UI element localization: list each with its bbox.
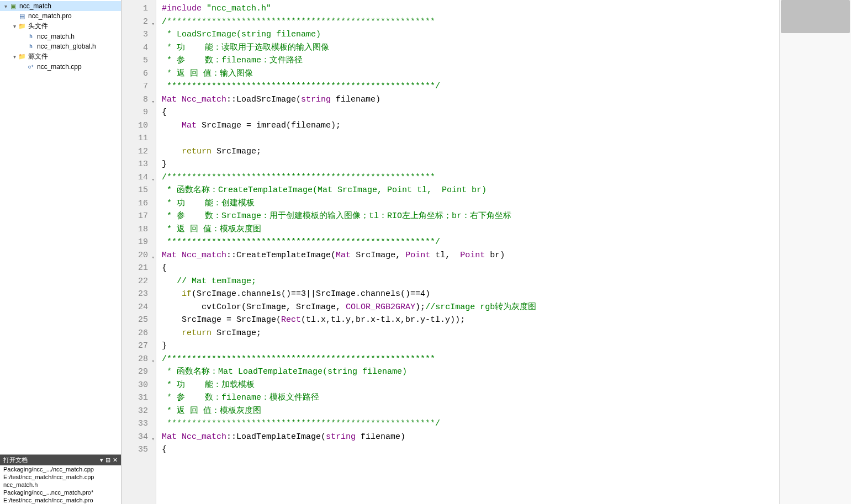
code-line[interactable]: if(SrcImage.channels()==3||SrcImage.chan… bbox=[162, 288, 779, 301]
code-line[interactable]: { bbox=[162, 106, 779, 119]
code-line[interactable]: } bbox=[162, 339, 779, 353]
line-number[interactable]: 26 bbox=[121, 327, 156, 340]
fold-icon[interactable]: ▾ bbox=[149, 356, 155, 361]
code-area[interactable]: #include "ncc_match.h"/*****************… bbox=[156, 0, 779, 504]
project-tree[interactable]: ▾▣ncc_match▤ncc_match.pro▾📁头文件hncc_match… bbox=[0, 0, 121, 454]
line-number[interactable]: 11 bbox=[121, 132, 156, 145]
fold-icon[interactable]: ▾ bbox=[149, 433, 155, 439]
line-number[interactable]: 17 bbox=[121, 210, 156, 223]
code-line[interactable]: Mat Ncc_match::CreateTemplateImage(Mat S… bbox=[162, 249, 779, 262]
tree-item-源文件[interactable]: ▾📁源文件 bbox=[0, 51, 121, 62]
tree-arrow-icon[interactable]: ▾ bbox=[11, 23, 18, 29]
line-number[interactable]: 21 bbox=[121, 262, 156, 275]
line-number[interactable]: 4 bbox=[121, 41, 156, 55]
fold-icon[interactable]: ▾ bbox=[149, 96, 155, 102]
line-number[interactable]: 34▾ bbox=[121, 431, 156, 444]
code-line[interactable]: ****************************************… bbox=[162, 80, 779, 93]
code-line[interactable]: * 参 数：SrcImage：用于创建模板的输入图像；tl：RIO左上角坐标；b… bbox=[162, 210, 779, 223]
close-panel-icon[interactable]: ✕ bbox=[113, 457, 118, 464]
code-line[interactable]: /***************************************… bbox=[162, 353, 779, 366]
line-number[interactable]: 28▾ bbox=[121, 353, 156, 366]
line-number[interactable]: 8▾ bbox=[121, 93, 156, 107]
code-line[interactable]: Mat Ncc_match::LoadSrcImage(string filen… bbox=[162, 93, 779, 107]
line-number[interactable]: 9 bbox=[121, 106, 156, 119]
code-line[interactable]: ****************************************… bbox=[162, 417, 779, 431]
line-number[interactable]: 30 bbox=[121, 379, 156, 392]
dropdown-icon[interactable]: ▾ bbox=[100, 457, 103, 464]
code-line[interactable]: * 返 回 值：输入图像 bbox=[162, 67, 779, 81]
line-number[interactable]: 29 bbox=[121, 365, 156, 379]
code-line[interactable]: { bbox=[162, 262, 779, 275]
code-line[interactable]: * LoadSrcImage(string filename) bbox=[162, 28, 779, 41]
tree-arrow-icon[interactable]: ▾ bbox=[11, 54, 18, 60]
line-number[interactable]: 18 bbox=[121, 223, 156, 236]
tree-item-ncc_match[interactable]: ▾▣ncc_match bbox=[0, 1, 121, 11]
code-line[interactable]: * 功 能：加载模板 bbox=[162, 379, 779, 392]
code-line[interactable]: cvtColor(SrcImage, SrcImage, COLOR_RGB2G… bbox=[162, 301, 779, 314]
tree-item-ncc_match.cpp[interactable]: c⁺ncc_match.cpp bbox=[0, 62, 121, 72]
line-number[interactable]: 15 bbox=[121, 184, 156, 197]
code-line[interactable]: * 函数名称：CreateTemplateImage(Mat SrcImage,… bbox=[162, 184, 779, 197]
open-doc-item[interactable]: Packaging/ncc_.../ncc_match.cpp bbox=[0, 465, 121, 473]
code-line[interactable]: return SrcImage; bbox=[162, 145, 779, 158]
code-line[interactable]: } bbox=[162, 158, 779, 171]
line-number[interactable]: 7 bbox=[121, 80, 156, 93]
line-number[interactable]: 1 bbox=[121, 2, 156, 15]
line-number[interactable]: 10 bbox=[121, 119, 156, 132]
open-doc-item[interactable]: Packaging/ncc_...ncc_match.pro* bbox=[0, 489, 121, 496]
code-line[interactable]: SrcImage = SrcImage(Rect(tl.x,tl.y,br.x-… bbox=[162, 314, 779, 327]
line-number-gutter[interactable]: 12▾345678▾91011121314▾151617181920▾21222… bbox=[121, 0, 156, 504]
line-number[interactable]: 27 bbox=[121, 339, 156, 353]
line-number[interactable]: 24 bbox=[121, 301, 156, 314]
code-line[interactable]: * 功 能：创建模板 bbox=[162, 197, 779, 210]
code-line[interactable]: * 函数名称：Mat LoadTemplateImage(string file… bbox=[162, 365, 779, 379]
line-number[interactable]: 25 bbox=[121, 314, 156, 327]
line-number[interactable]: 19 bbox=[121, 236, 156, 249]
line-number[interactable]: 20▾ bbox=[121, 249, 156, 262]
code-line[interactable]: * 参 数：filename：模板文件路径 bbox=[162, 391, 779, 405]
code-line[interactable]: /***************************************… bbox=[162, 171, 779, 184]
code-line[interactable]: * 返 回 值：模板灰度图 bbox=[162, 223, 779, 236]
code-line[interactable]: return SrcImage; bbox=[162, 327, 779, 340]
code-line[interactable]: * 参 数：filename：文件路径 bbox=[162, 54, 779, 67]
line-number[interactable]: 31 bbox=[121, 391, 156, 405]
code-line[interactable]: Mat Ncc_match::LoadTemplateImage(string … bbox=[162, 431, 779, 444]
code-line[interactable]: * 返 回 值：模板灰度图 bbox=[162, 405, 779, 418]
line-number[interactable]: 14▾ bbox=[121, 171, 156, 184]
code-line[interactable]: /***************************************… bbox=[162, 15, 779, 29]
code-line[interactable]: #include "ncc_match.h" bbox=[162, 2, 779, 15]
tree-item-头文件[interactable]: ▾📁头文件 bbox=[0, 21, 121, 31]
code-line[interactable]: // Mat temImage; bbox=[162, 275, 779, 288]
line-number[interactable]: 5 bbox=[121, 54, 156, 67]
line-number[interactable]: 16 bbox=[121, 197, 156, 210]
line-number[interactable]: 6 bbox=[121, 67, 156, 81]
line-number[interactable]: 35 bbox=[121, 443, 156, 457]
fold-icon[interactable]: ▾ bbox=[149, 18, 155, 24]
code-line[interactable]: Mat SrcImage = imread(filename); bbox=[162, 119, 779, 132]
scrollbar-thumb[interactable] bbox=[781, 0, 850, 33]
tree-item-ncc_match.h[interactable]: hncc_match.h bbox=[0, 31, 121, 41]
code-line[interactable]: ****************************************… bbox=[162, 236, 779, 249]
line-number[interactable]: 22 bbox=[121, 275, 156, 288]
split-icon[interactable]: ⊞ bbox=[105, 457, 110, 464]
fold-icon[interactable]: ▾ bbox=[149, 174, 155, 179]
code-line[interactable]: * 功 能：读取用于选取模板的输入图像 bbox=[162, 41, 779, 55]
fold-icon[interactable]: ▾ bbox=[149, 252, 155, 257]
line-number[interactable]: 33 bbox=[121, 417, 156, 431]
line-number[interactable]: 3 bbox=[121, 28, 156, 41]
tree-item-ncc_match.pro[interactable]: ▤ncc_match.pro bbox=[0, 11, 121, 21]
code-line[interactable]: { bbox=[162, 443, 779, 457]
code-line[interactable] bbox=[162, 132, 779, 145]
open-documents-header[interactable]: 打开文档 ▾ ⊞ ✕ bbox=[0, 455, 121, 465]
tree-arrow-icon[interactable]: ▾ bbox=[2, 3, 9, 9]
open-doc-item[interactable]: E:/test/ncc_match/ncc_match.cpp bbox=[0, 473, 121, 481]
open-doc-item[interactable]: E:/test/ncc_match/ncc_match.pro bbox=[0, 496, 121, 504]
line-number[interactable]: 32 bbox=[121, 405, 156, 418]
open-doc-item[interactable]: ncc_match.h bbox=[0, 481, 121, 489]
minimap-scrollbar[interactable] bbox=[779, 0, 851, 504]
tree-item-ncc_match_global.h[interactable]: hncc_match_global.h bbox=[0, 41, 121, 51]
line-number[interactable]: 12 bbox=[121, 145, 156, 158]
line-number[interactable]: 13 bbox=[121, 158, 156, 171]
line-number[interactable]: 2▾ bbox=[121, 15, 156, 29]
line-number[interactable]: 23 bbox=[121, 288, 156, 301]
